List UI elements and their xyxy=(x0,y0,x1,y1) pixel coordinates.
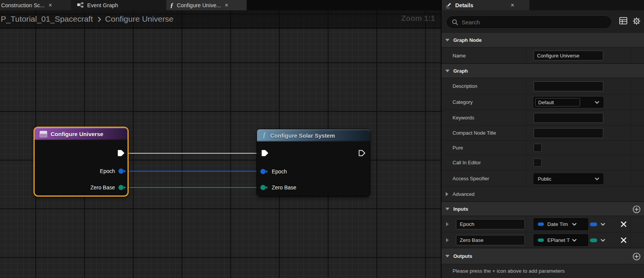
category-dropdown[interactable] xyxy=(534,97,603,108)
pin-exec-out[interactable] xyxy=(118,150,124,156)
outputs-hint-row: Please press the + icon above to add par… xyxy=(442,264,644,278)
compact-node-title-field[interactable] xyxy=(534,128,603,138)
exec-pin-outline-icon xyxy=(359,150,365,156)
container-type-pin-icon xyxy=(590,238,597,242)
chevron-right-icon xyxy=(97,16,101,22)
delete-input-button[interactable] xyxy=(620,237,627,243)
exec-pin-icon xyxy=(118,150,124,156)
section-title: Graph xyxy=(453,68,468,74)
tab-label: Construction Sc... xyxy=(1,2,45,8)
row-keywords: Keywords xyxy=(442,110,644,125)
row-advanced[interactable]: Advanced xyxy=(442,187,644,202)
description-field[interactable] xyxy=(534,81,603,91)
input-name-field[interactable] xyxy=(456,235,525,245)
node-configure-solar-system[interactable]: ƒ Configure Solar System xyxy=(257,129,370,197)
document-tab-bar: Construction Sc... × Event Graph ƒ Confi… xyxy=(0,0,441,10)
wire-exec xyxy=(126,153,266,154)
keywords-field[interactable] xyxy=(534,113,603,123)
pin-exec-in[interactable] xyxy=(261,150,268,156)
chevron-right-icon[interactable] xyxy=(446,238,449,242)
type-pin-icon xyxy=(538,222,544,226)
node-configure-universe[interactable]: Configure Universe Epoch Zero Base xyxy=(33,127,129,197)
field-label: Description xyxy=(453,83,477,89)
chevron-down-icon xyxy=(572,238,577,242)
tab-configure-universe[interactable]: ƒ Configure Unive... × xyxy=(166,0,247,10)
breadcrumb-root[interactable]: P_Tutorial_01_Spacecraft xyxy=(1,14,93,24)
data-pin-icon xyxy=(118,168,126,174)
field-label: Pure xyxy=(453,145,463,151)
pin-epoch-out[interactable]: Epoch xyxy=(100,168,126,174)
blueprint-graph-canvas[interactable]: BLUEPRINT P_Tutorial_01_Spacecraft Confi… xyxy=(0,10,441,278)
section-title: Graph Node xyxy=(453,37,481,43)
category-value-field[interactable] xyxy=(535,98,580,106)
function-icon: ƒ xyxy=(170,2,174,9)
node-header[interactable]: Configure Universe xyxy=(35,128,128,140)
macro-icon xyxy=(40,131,47,137)
chevron-right-icon[interactable] xyxy=(446,222,449,226)
chevron-down-icon xyxy=(595,177,599,180)
close-icon[interactable]: × xyxy=(511,2,514,9)
outputs-hint: Please press the + icon above to add par… xyxy=(453,268,565,274)
tab-label: Configure Unive... xyxy=(177,2,221,8)
input-name-field[interactable] xyxy=(456,219,525,229)
section-inputs[interactable]: Inputs xyxy=(442,202,644,216)
section-graph-node[interactable]: Graph Node xyxy=(442,32,644,48)
add-input-button[interactable] xyxy=(633,205,641,213)
container-type-dropdown[interactable] xyxy=(600,238,606,242)
chevron-right-icon xyxy=(446,192,448,196)
pin-zero-base-out[interactable]: Zero Base xyxy=(90,184,126,191)
type-name: EPlanet T xyxy=(547,237,571,243)
row-access-specifier: Access Specifier Public xyxy=(442,170,644,187)
node-header[interactable]: ƒ Configure Solar System xyxy=(257,129,370,141)
tab-event-graph[interactable]: Event Graph xyxy=(71,0,166,10)
container-type-dropdown[interactable] xyxy=(600,222,606,226)
section-outputs[interactable]: Outputs xyxy=(442,248,644,264)
delete-input-button[interactable] xyxy=(620,221,627,227)
search-box[interactable] xyxy=(447,16,611,28)
pure-checkbox[interactable] xyxy=(534,144,542,152)
graph-header-band: P_Tutorial_01_Spacecraft Configure Unive… xyxy=(0,10,441,29)
chevron-down-icon xyxy=(445,39,450,41)
zoom-level-indicator: Zoom 1:1 xyxy=(401,14,435,23)
pin-zero-base-in[interactable]: Zero Base xyxy=(260,184,296,191)
pin-exec-out[interactable] xyxy=(359,150,365,156)
breadcrumb: P_Tutorial_01_Spacecraft Configure Unive… xyxy=(1,14,174,24)
field-label: Access Specifier xyxy=(453,176,489,181)
pin-epoch-in[interactable]: Epoch xyxy=(260,168,287,175)
input-type-dropdown[interactable]: EPlanet T xyxy=(534,234,588,246)
row-category: Category xyxy=(442,94,644,110)
chevron-down-icon xyxy=(445,70,450,72)
wire-zero-base xyxy=(127,187,266,188)
details-toolbar xyxy=(442,10,644,32)
tab-construction-script[interactable]: Construction Sc... × xyxy=(0,0,71,10)
close-icon[interactable]: × xyxy=(225,2,228,8)
field-label: Call In Editor xyxy=(453,160,481,165)
display-filter-icon[interactable] xyxy=(619,17,627,24)
access-specifier-dropdown[interactable]: Public xyxy=(534,173,603,184)
input-type-dropdown[interactable]: Date Tim xyxy=(534,218,588,230)
field-label: Compact Node Title xyxy=(453,130,496,136)
details-tab-bar: Details × xyxy=(442,0,644,10)
data-pin-icon xyxy=(118,184,126,191)
close-icon[interactable]: × xyxy=(48,2,52,8)
name-field[interactable] xyxy=(534,51,603,60)
container-type-pin-icon xyxy=(590,222,597,226)
row-description: Description xyxy=(442,78,644,94)
data-pin-icon xyxy=(260,184,268,191)
data-pin-icon xyxy=(260,168,268,175)
call-in-editor-checkbox[interactable] xyxy=(534,159,542,167)
blueprint-editor-window: Construction Sc... × Event Graph ƒ Confi… xyxy=(0,0,644,278)
field-label: Keywords xyxy=(453,115,474,121)
search-input[interactable] xyxy=(462,19,599,25)
add-output-button[interactable] xyxy=(633,253,641,261)
tab-details[interactable]: Details × xyxy=(442,0,529,10)
pin-label: Zero Base xyxy=(90,184,115,191)
chevron-down-icon xyxy=(572,222,577,226)
tab-label: Event Graph xyxy=(87,2,118,8)
row-compact-node-title: Compact Node Title xyxy=(442,125,644,141)
chevron-down-icon xyxy=(595,101,599,104)
access-specifier-value: Public xyxy=(538,176,595,182)
gear-icon[interactable] xyxy=(633,17,641,25)
section-graph[interactable]: Graph xyxy=(442,64,644,78)
node-title: Configure Solar System xyxy=(270,132,335,139)
